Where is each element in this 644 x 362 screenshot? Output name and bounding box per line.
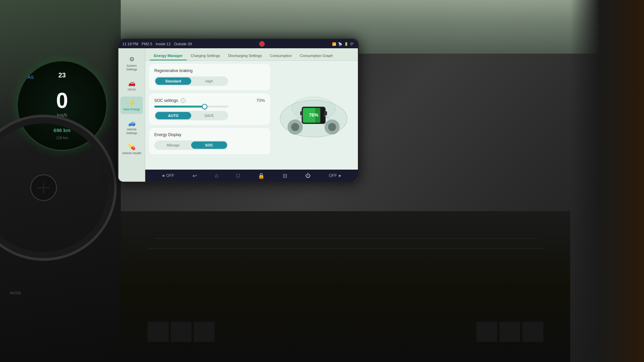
lock-icon[interactable]: 🔒 xyxy=(258,173,265,179)
bottom-nav: ◄ OFF ↩ ⌂ □ 🔒 ⊟ ⏻ OFF ► xyxy=(145,170,358,182)
vent-right xyxy=(476,322,543,342)
system-settings-icon: ⚙ xyxy=(129,56,135,63)
left-panel: AS 23 0 km/h 696 km 128 km MODE xyxy=(0,0,121,362)
columns-icon[interactable]: ⊟ xyxy=(283,173,287,179)
square-icon[interactable]: □ xyxy=(236,173,240,179)
temp-reading: 0° xyxy=(350,42,354,46)
mic-area xyxy=(259,41,265,47)
content-area: Regenerative braking Standard High SOC s… xyxy=(145,61,358,170)
sidebar: ⚙ System Settings 🚗 ADAS ⚡ New Energy 🚙 … xyxy=(118,48,145,182)
soc-title: SOC settings xyxy=(154,98,178,103)
svg-text:76%: 76% xyxy=(309,112,319,118)
soc-slider-thumb[interactable] xyxy=(202,104,207,109)
energy-soc-btn[interactable]: SOC xyxy=(191,141,227,149)
main-panel: Energy Manager Charging Settings Dischar… xyxy=(145,48,358,182)
svg-point-3 xyxy=(291,123,299,131)
tablet-screen: 11:18 PM PM2.5 Inside 12 Outside 39 📶 📡 … xyxy=(117,39,359,183)
home-icon[interactable]: ⌂ xyxy=(215,173,218,179)
vent-left xyxy=(148,322,215,342)
sidebar-label-vehicle-health: Vehicle Health xyxy=(122,152,142,155)
vehicle-health-icon: 💊 xyxy=(128,143,136,150)
energy-display-toggle: Mileage SOC xyxy=(154,140,228,150)
svg-rect-8 xyxy=(324,111,327,115)
cluster-unit: km/h xyxy=(57,113,67,118)
sidebar-label-vehicle-settings: Vehicle Settings xyxy=(122,128,142,135)
regen-braking-title: Regenerative braking xyxy=(154,68,265,73)
sidebar-item-vehicle-settings[interactable]: 🚙 Vehicle Settings xyxy=(120,117,143,138)
console-bottom xyxy=(121,211,570,362)
time-display: 11:18 PM xyxy=(122,42,138,46)
inside-temp: Inside 12 xyxy=(156,42,171,46)
sidebar-item-adas[interactable]: 🚗 ADAS xyxy=(120,77,143,94)
battery-icon: 🔋 xyxy=(344,42,348,46)
outside-temp: Outside 39 xyxy=(174,42,192,46)
mic-icon[interactable] xyxy=(259,41,265,47)
cluster-speed: 0 xyxy=(56,90,68,111)
status-left: 11:18 PM PM2.5 Inside 12 Outside 39 xyxy=(122,42,192,46)
soc-percent-value: 70% xyxy=(256,98,265,103)
sidebar-label-new-energy: New Energy xyxy=(123,108,140,111)
car-svg: 76% xyxy=(277,88,351,142)
right-panel xyxy=(570,0,644,362)
soc-slider-fill xyxy=(154,106,206,108)
left-settings: Regenerative braking Standard High SOC s… xyxy=(149,64,270,166)
energy-display-card: Energy Display Mileage SOC xyxy=(149,128,270,154)
soc-action-buttons: AUTO SAVE xyxy=(154,111,228,120)
soc-info-icon[interactable]: i xyxy=(181,98,185,103)
off-left-label[interactable]: ◄ OFF xyxy=(161,173,174,178)
mode-label: MODE xyxy=(10,291,21,295)
wifi-icon: 📶 xyxy=(332,42,336,46)
regen-standard-btn[interactable]: Standard xyxy=(155,77,191,85)
soc-slider[interactable] xyxy=(154,106,228,108)
soc-save-btn[interactable]: SAVE xyxy=(191,112,227,119)
energy-mileage-btn[interactable]: Mileage xyxy=(155,141,191,149)
signal-bars: 📡 xyxy=(338,42,342,46)
sidebar-item-system-settings[interactable]: ⚙ System Settings xyxy=(120,53,143,74)
tab-discharging-settings[interactable]: Discharging Settings xyxy=(224,52,266,60)
soc-auto-btn[interactable]: AUTO xyxy=(155,112,191,119)
sidebar-label-system: System Settings xyxy=(122,64,142,71)
car-battery-diagram: 76% xyxy=(277,88,351,142)
new-energy-icon: ⚡ xyxy=(128,99,136,107)
off-right-label[interactable]: OFF ► xyxy=(329,173,342,178)
svg-point-5 xyxy=(328,123,336,131)
back-icon[interactable]: ↩ xyxy=(193,173,197,179)
cluster-as-indicator: AS xyxy=(28,75,34,80)
tab-consumption-graph[interactable]: Consumption Graph xyxy=(296,52,337,60)
vehicle-settings-icon: 🚙 xyxy=(128,119,136,127)
cluster-top-value: 23 xyxy=(58,71,66,79)
power-icon[interactable]: ⏻ xyxy=(305,173,311,179)
spoke-h xyxy=(0,187,108,188)
status-right: 📶 📡 🔋 0° xyxy=(332,42,354,46)
regen-braking-card: Regenerative braking Standard High xyxy=(149,64,270,90)
tab-charging-settings[interactable]: Charging Settings xyxy=(187,52,224,60)
regen-braking-toggle: Standard High xyxy=(154,76,228,86)
energy-display-title: Energy Display xyxy=(154,132,265,137)
tab-consumption[interactable]: Consumption xyxy=(266,52,296,60)
regen-high-btn[interactable]: High xyxy=(191,77,227,85)
screen-content: ⚙ System Settings 🚗 ADAS ⚡ New Energy 🚙 … xyxy=(118,48,358,182)
soc-settings-card: SOC settings i 70% AUTO xyxy=(149,94,270,125)
sidebar-item-vehicle-health[interactable]: 💊 Vehicle Health xyxy=(120,140,143,158)
svg-rect-7 xyxy=(300,111,303,115)
sidebar-item-new-energy[interactable]: ⚡ New Energy xyxy=(120,97,143,114)
battery-visual-area: 76% xyxy=(273,64,354,166)
console-line-1 xyxy=(154,238,537,239)
tab-energy-manager[interactable]: Energy Manager xyxy=(150,52,187,60)
air-quality: PM2.5 xyxy=(142,42,152,46)
status-bar: 11:18 PM PM2.5 Inside 12 Outside 39 📶 📡 … xyxy=(118,40,358,48)
sidebar-label-adas: ADAS xyxy=(127,88,136,92)
adas-icon: 🚗 xyxy=(128,79,136,87)
soc-title-row: SOC settings i xyxy=(154,98,185,103)
tab-bar: Energy Manager Charging Settings Dischar… xyxy=(145,48,358,61)
soc-header: SOC settings i 70% xyxy=(154,98,265,103)
console-line-2 xyxy=(148,248,543,249)
